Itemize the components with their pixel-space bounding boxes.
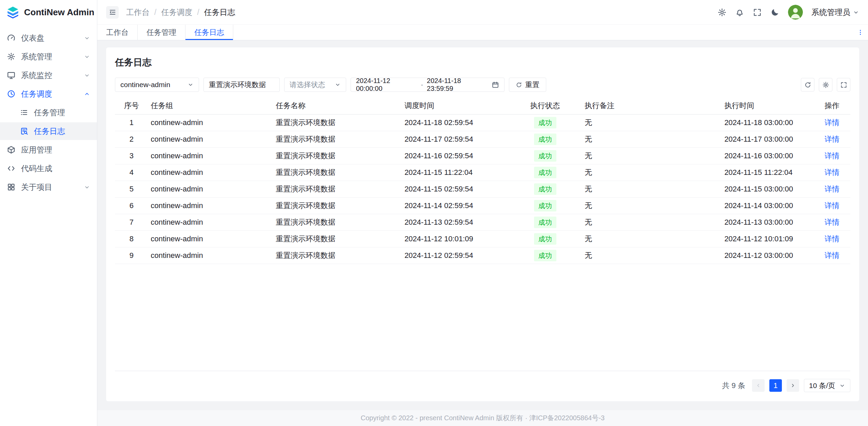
task-list-icon [20, 108, 28, 117]
refresh-icon[interactable] [801, 78, 814, 92]
tab-task-log[interactable]: 任务日志 [185, 25, 233, 40]
detail-link[interactable]: 详情 [825, 251, 840, 260]
date-range-picker[interactable]: 2024-11-12 00:00:00 - 2024-11-18 23:59:5… [351, 78, 505, 92]
menu-fold-icon[interactable] [106, 6, 119, 19]
reset-button-label: 重置 [525, 80, 539, 89]
status-select[interactable]: 请选择状态 [284, 78, 346, 92]
breadcrumb-item-current: 任务日志 [204, 7, 235, 18]
table-row[interactable]: 4 continew-admin 重置演示环境数据 2024-11-15 11:… [115, 164, 850, 181]
detail-link[interactable]: 详情 [825, 151, 840, 160]
sidebar-item-label: 系统监控 [21, 70, 52, 81]
detail-link[interactable]: 详情 [825, 201, 840, 210]
page-title: 任务日志 [115, 56, 850, 68]
sidebar-item-about-project[interactable]: 关于项目 [0, 178, 97, 196]
pagination: 共 9 条 1 10 条/页 [115, 371, 850, 401]
more-vertical-icon[interactable] [852, 25, 868, 40]
cell-actions: 详情 [814, 197, 851, 214]
cell-group: continew-admin [148, 247, 273, 264]
table-row[interactable]: 6 continew-admin 重置演示环境数据 2024-11-14 02:… [115, 197, 850, 214]
cell-exec-time: 2024-11-14 03:00:00 [722, 197, 813, 214]
cell-schedule-time: 2024-11-15 11:22:04 [402, 164, 509, 181]
cell-remark: 无 [582, 247, 722, 264]
sidebar-item-system-management[interactable]: 系统管理 [0, 48, 97, 65]
calendar-icon [492, 81, 499, 88]
clock-icon [7, 89, 16, 98]
cell-exec-time: 2024-11-18 03:00:00 [722, 114, 813, 131]
table-row[interactable]: 1 continew-admin 重置演示环境数据 2024-11-18 02:… [115, 114, 850, 131]
task-name-input[interactable] [203, 78, 280, 92]
table-row[interactable]: 7 continew-admin 重置演示环境数据 2024-11-13 02:… [115, 214, 850, 230]
app-icon [7, 145, 16, 154]
avatar[interactable] [788, 5, 803, 20]
table-row[interactable]: 3 continew-admin 重置演示环境数据 2024-11-16 02:… [115, 147, 850, 164]
table-row[interactable]: 8 continew-admin 重置演示环境数据 2024-11-12 10:… [115, 230, 850, 247]
detail-link[interactable]: 详情 [825, 235, 840, 243]
fullscreen-icon[interactable] [753, 8, 762, 17]
sidebar-item-task-management[interactable]: 任务管理 [0, 104, 97, 121]
column-header-schedule-time: 调度时间 [402, 97, 509, 114]
logo: ContiNew Admin [0, 0, 97, 25]
cell-exec-time: 2024-11-15 11:22:04 [722, 164, 813, 181]
cell-no: 6 [115, 197, 148, 214]
cell-status: 成功 [508, 181, 582, 197]
detail-link[interactable]: 详情 [825, 168, 840, 177]
cell-status: 成功 [508, 164, 582, 181]
table-row[interactable]: 9 continew-admin 重置演示环境数据 2024-11-12 02:… [115, 247, 850, 264]
status-badge: 成功 [534, 150, 556, 162]
cell-name: 重置演示环境数据 [273, 247, 402, 264]
current-page[interactable]: 1 [769, 379, 782, 392]
prev-page-button[interactable] [752, 379, 765, 392]
sidebar: ContiNew Admin 仪表盘 系统管理 [0, 0, 97, 426]
next-page-button[interactable] [787, 379, 799, 392]
page-size-select[interactable]: 10 条/页 [804, 379, 850, 392]
fullscreen-icon[interactable] [837, 78, 850, 92]
moon-icon[interactable] [770, 8, 780, 17]
breadcrumb: 工作台 / 任务调度 / 任务日志 [126, 7, 235, 18]
sidebar-item-system-monitor[interactable]: 系统监控 [0, 66, 97, 84]
column-header-exec-time: 执行时间 [722, 97, 813, 114]
bell-icon[interactable] [735, 8, 744, 17]
sidebar-item-task-scheduling[interactable]: 任务调度 [0, 85, 97, 103]
topbar: 工作台 / 任务调度 / 任务日志 [97, 0, 868, 25]
detail-link[interactable]: 详情 [825, 185, 840, 193]
cell-remark: 无 [582, 197, 722, 214]
user-menu[interactable]: 系统管理员 [811, 7, 859, 18]
date-start: 2024-11-12 00:00:00 [356, 77, 417, 93]
cell-schedule-time: 2024-11-12 02:59:54 [402, 247, 509, 264]
sidebar-item-code-generation[interactable]: 代码生成 [0, 160, 97, 177]
gear-icon[interactable] [717, 8, 727, 17]
breadcrumb-item[interactable]: 任务调度 [161, 7, 192, 18]
status-badge: 成功 [534, 250, 556, 261]
cell-status: 成功 [508, 197, 582, 214]
breadcrumb-separator: / [154, 8, 156, 17]
task-group-select[interactable]: continew-admin [115, 78, 199, 92]
table-header: 序号 任务组 任务名称 调度时间 执行状态 执行备注 执行时间 操作 [115, 97, 850, 114]
chevron-down-icon [853, 9, 859, 16]
detail-link[interactable]: 详情 [825, 135, 840, 143]
tab-workbench[interactable]: 工作台 [97, 25, 138, 40]
sidebar-menu: 仪表盘 系统管理 系统监控 [0, 25, 97, 200]
sidebar-item-dashboard[interactable]: 仪表盘 [0, 29, 97, 47]
pagination-total: 共 9 条 [722, 381, 745, 391]
breadcrumb-item[interactable]: 工作台 [126, 7, 150, 18]
cell-no: 7 [115, 214, 148, 230]
table-row[interactable]: 5 continew-admin 重置演示环境数据 2024-11-15 02:… [115, 181, 850, 197]
cell-no: 2 [115, 131, 148, 147]
cell-schedule-time: 2024-11-12 10:01:09 [402, 230, 509, 247]
detail-link[interactable]: 详情 [825, 118, 840, 127]
column-header-remark: 执行备注 [582, 97, 722, 114]
cell-remark: 无 [582, 214, 722, 230]
tab-task-management[interactable]: 任务管理 [138, 25, 185, 40]
task-log-table: 序号 任务组 任务名称 调度时间 执行状态 执行备注 执行时间 操作 [115, 97, 850, 264]
reset-button[interactable]: 重置 [509, 78, 546, 92]
cell-no: 9 [115, 247, 148, 264]
cell-exec-time: 2024-11-12 03:00:00 [722, 247, 813, 264]
column-settings-icon[interactable] [819, 78, 832, 92]
table-row[interactable]: 2 continew-admin 重置演示环境数据 2024-11-17 02:… [115, 131, 850, 147]
status-badge: 成功 [534, 134, 556, 145]
cell-actions: 详情 [814, 230, 851, 247]
sidebar-item-app-management[interactable]: 应用管理 [0, 141, 97, 159]
detail-link[interactable]: 详情 [825, 218, 840, 226]
sidebar-item-task-log[interactable]: 任务日志 [0, 122, 97, 140]
task-log-icon [20, 127, 28, 136]
